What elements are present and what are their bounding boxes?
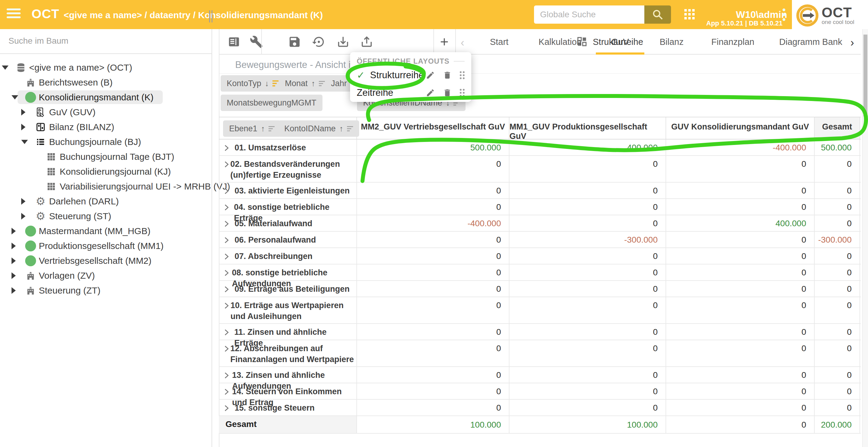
group-chip-ebene1[interactable]: Ebene1↑ [223, 120, 281, 137]
save-button[interactable] [287, 35, 302, 49]
pane-splitter-handle[interactable] [209, 10, 217, 24]
value-cell[interactable]: 0 [666, 383, 815, 399]
value-cell[interactable]: 0 [357, 367, 509, 383]
value-cell[interactable]: 0 [666, 367, 815, 383]
value-cell[interactable]: 400.000 [666, 215, 815, 231]
edit-pencil-icon[interactable] [426, 88, 435, 97]
drag-handle-icon[interactable] [460, 71, 465, 79]
value-cell[interactable]: 0 [509, 383, 666, 399]
value-cell[interactable]: -300.000 [815, 232, 860, 247]
value-cell[interactable]: 0 [815, 324, 860, 340]
expand-row-chevron-icon[interactable] [222, 343, 230, 366]
table-row[interactable]: 03. aktivierte Eigenleistungen0000 [219, 183, 861, 199]
value-cell[interactable]: 400.000 [509, 140, 666, 155]
value-cell[interactable]: 0 [509, 281, 666, 297]
layout-selector-button[interactable]: Strukturreihe [577, 33, 643, 50]
value-cell[interactable]: -300.000 [509, 232, 666, 247]
vertical-scrollbar-thumb[interactable] [864, 35, 867, 116]
value-cell[interactable]: -400.000 [666, 140, 815, 155]
value-cell[interactable]: 500.000 [815, 140, 860, 155]
value-cell[interactable]: 0 [357, 383, 509, 399]
tree-item-vertriebsgesellschaft-mm2-[interactable]: Vertriebsgesellschaft (MM2) [0, 253, 212, 268]
value-cell[interactable]: 0 [666, 232, 815, 247]
tree-collapse-arrow-icon[interactable] [21, 213, 26, 219]
value-cell[interactable]: -400.000 [357, 215, 509, 231]
edit-pencil-icon[interactable] [426, 71, 435, 80]
table-row[interactable]: 13. Zinsen und ähnliche Aufwendungen0000 [219, 367, 861, 383]
tree-collapse-arrow-icon[interactable] [11, 243, 16, 249]
value-cell[interactable]: 0 [666, 183, 815, 198]
tab-finanzplan[interactable]: Finanzplan [711, 29, 754, 55]
value-cell[interactable]: 0 [357, 400, 509, 415]
value-cell[interactable]: 0 [815, 367, 860, 383]
table-row[interactable]: 08. sonstige betriebliche Aufwendungen00… [219, 264, 861, 281]
expand-row-chevron-icon[interactable] [222, 185, 235, 198]
value-cell[interactable]: 0 [357, 264, 509, 280]
user-menu-kebab-icon[interactable] [782, 8, 785, 23]
tree-item-buchungsjournal-tage-bjt-[interactable]: Buchungsjournal Tage (BJT) [0, 149, 212, 164]
tab-diagramm-bank[interactable]: Diagramm Bank [779, 29, 842, 55]
expand-row-chevron-icon[interactable] [222, 403, 235, 415]
tree-item-darlehen-darl-[interactable]: ⚙Darlehen (DARL) [0, 194, 212, 209]
tree-collapse-arrow-icon[interactable] [21, 124, 26, 130]
value-cell[interactable]: 0 [666, 297, 815, 323]
tree-item-buchungsjournale-bj-[interactable]: Buchungsjournale (BJ) [0, 135, 212, 149]
detail-panel-button[interactable] [227, 35, 241, 49]
delete-trash-icon[interactable] [443, 88, 452, 97]
group-chip-jahr[interactable]: Jahr [325, 75, 353, 92]
expand-row-chevron-icon[interactable] [222, 202, 234, 215]
tree-item-mastermandant-mm-hgb-[interactable]: Mastermandant (MM_HGB) [0, 224, 212, 238]
table-row[interactable]: 06. Personalaufwand0-300.0000-300.000 [219, 232, 861, 248]
value-cell[interactable]: 0 [357, 232, 509, 247]
drag-handle-icon[interactable] [460, 89, 465, 97]
value-cell[interactable]: 500.000 [357, 140, 509, 155]
group-chip-kontoidname[interactable]: KontoIDName↑ [278, 120, 359, 137]
hamburger-menu-icon[interactable] [7, 8, 21, 21]
expand-row-chevron-icon[interactable] [222, 300, 230, 323]
table-row[interactable]: 09. Erträge aus Beteiligungen0000 [219, 281, 861, 297]
value-cell[interactable]: 0 [815, 183, 860, 198]
value-cell[interactable]: 0 [357, 281, 509, 297]
value-cell[interactable]: 0 [815, 215, 860, 231]
expand-row-chevron-icon[interactable] [222, 142, 235, 155]
value-cell[interactable]: 0 [815, 248, 860, 264]
tree-item-berichtswesen-b-[interactable]: Berichtswesen (B) [0, 75, 212, 90]
value-cell[interactable]: 0 [357, 340, 509, 366]
tree-collapse-arrow-icon[interactable] [21, 109, 26, 116]
value-cell[interactable]: 0 [509, 340, 666, 366]
value-cell[interactable]: 0 [815, 297, 860, 323]
tree-item-variabilisierungsjournal-uei-mrhb-vj-[interactable]: Variabilisierungsjournal UEI -> MRHB (VJ… [0, 179, 212, 194]
column-header-col1[interactable]: MM2_GUV Vertriebsgesellschaft GuV [357, 117, 509, 139]
download-button[interactable] [336, 35, 350, 49]
value-cell[interactable]: 0 [509, 248, 666, 264]
table-row[interactable]: 05. Materialaufwand-400.0000400.0000 [219, 215, 861, 232]
table-row[interactable]: 04. sonstige betriebliche Erträge0000 [219, 199, 861, 215]
tree-item--give-me-a-name-oct-[interactable]: <give me a name> (OCT) [0, 60, 212, 75]
tab-start[interactable]: Start [490, 29, 508, 55]
table-row[interactable]: 15. sonstige Steuern0000 [219, 400, 861, 416]
table-row[interactable]: 12. Abschreibungen auf Finanzanlagen und… [219, 340, 861, 367]
tree-expand-arrow-icon[interactable] [11, 95, 18, 99]
tree-item-vorlagen-zv-[interactable]: Vorlagen (ZV) [0, 268, 212, 283]
expand-row-chevron-icon[interactable] [222, 218, 235, 231]
restore-layout-button[interactable] [312, 35, 326, 49]
expand-row-chevron-icon[interactable] [222, 386, 232, 399]
tree-item-konsolidierungsjournal-kj-[interactable]: Konsolidierungsjournal (KJ) [0, 164, 212, 179]
expand-row-chevron-icon[interactable] [222, 234, 235, 247]
tabs-scroll-right-icon[interactable]: › [850, 36, 854, 49]
tree-item-produktionsgesellschaft-mm1-[interactable]: Produktionsgesellschaft (MM1) [0, 238, 212, 253]
expand-row-chevron-icon[interactable] [222, 284, 235, 297]
value-cell[interactable]: 0 [666, 156, 815, 182]
tree-search-input[interactable] [0, 29, 194, 53]
tree-collapse-arrow-icon[interactable] [11, 272, 16, 279]
add-layout-button[interactable] [437, 35, 452, 49]
global-search-button[interactable] [644, 5, 671, 24]
value-cell[interactable]: 0 [666, 248, 815, 264]
layout-menu-item-strukturreihe[interactable]: ✓Strukturreihe [357, 67, 465, 83]
value-cell[interactable]: 0 [815, 340, 860, 366]
column-header-col2[interactable]: MM1_GUV Produktionsgesellschaft GuV [509, 117, 666, 139]
value-cell[interactable]: 0 [666, 199, 815, 215]
tree-collapse-arrow-icon[interactable] [11, 258, 16, 264]
value-cell[interactable]: 0 [509, 215, 666, 231]
value-cell[interactable]: 0 [357, 183, 509, 198]
